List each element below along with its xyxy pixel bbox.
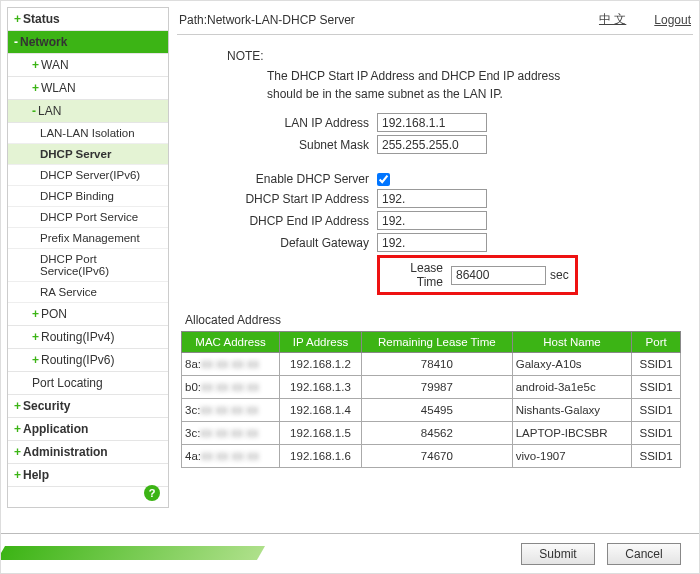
lease-time-label: Lease Time	[386, 261, 451, 289]
subnet-mask-input[interactable]	[377, 135, 487, 154]
cell-ip: 192.168.1.6	[280, 445, 362, 468]
dhcp-end-label: DHCP End IP Address	[177, 214, 377, 228]
col-mac: MAC Address	[182, 332, 280, 353]
default-gw-label: Default Gateway	[177, 236, 377, 250]
cell-ip: 192.168.1.5	[280, 422, 362, 445]
cell-host: LAPTOP-IBCSBR	[512, 422, 632, 445]
cell-host: Galaxy-A10s	[512, 353, 632, 376]
lang-link[interactable]: 中 文	[599, 11, 626, 28]
enable-dhcp-checkbox[interactable]	[377, 173, 390, 186]
nav-application[interactable]: +Application	[8, 418, 168, 441]
note-text: The DHCP Start IP Address and DHCP End I…	[267, 67, 597, 103]
nav-pon[interactable]: +PON	[8, 303, 168, 326]
lease-time-input[interactable]	[451, 266, 546, 285]
breadcrumb: Path:Network-LAN-DHCP Server	[179, 13, 571, 27]
table-row: b0:xx xx xx xx192.168.1.379987android-3a…	[182, 376, 681, 399]
nav-wan[interactable]: +WAN	[8, 54, 168, 77]
lan-ip-label: LAN IP Address	[177, 116, 377, 130]
cell-host: vivo-1907	[512, 445, 632, 468]
nav-security[interactable]: +Security	[8, 395, 168, 418]
cell-host: Nishants-Galaxy	[512, 399, 632, 422]
table-row: 4a:xx xx xx xx192.168.1.674670vivo-1907S…	[182, 445, 681, 468]
nav-routing-v6[interactable]: +Routing(IPv6)	[8, 349, 168, 372]
cell-port: SSID1	[632, 399, 681, 422]
cell-lease: 78410	[361, 353, 512, 376]
nav-administration[interactable]: +Administration	[8, 441, 168, 464]
nav-status[interactable]: +Status	[8, 8, 168, 31]
cell-port: SSID1	[632, 422, 681, 445]
cell-host: android-3a1e5c	[512, 376, 632, 399]
dhcp-start-input[interactable]	[377, 189, 487, 208]
dhcp-end-input[interactable]	[377, 211, 487, 230]
cell-lease: 45495	[361, 399, 512, 422]
nav-dhcp-binding[interactable]: DHCP Binding	[8, 186, 168, 207]
nav-lan-isolation[interactable]: LAN-LAN Isolation	[8, 123, 168, 144]
nav-network[interactable]: -Network	[8, 31, 168, 54]
cell-ip: 192.168.1.4	[280, 399, 362, 422]
cell-port: SSID1	[632, 445, 681, 468]
cell-port: SSID1	[632, 353, 681, 376]
cell-lease: 74670	[361, 445, 512, 468]
nav-prefix-mgmt[interactable]: Prefix Management	[8, 228, 168, 249]
enable-dhcp-label: Enable DHCP Server	[177, 172, 377, 186]
lease-time-unit: sec	[550, 268, 569, 282]
table-row: 8a:xx xx xx xx192.168.1.278410Galaxy-A10…	[182, 353, 681, 376]
cell-mac: 3c:xx xx xx xx	[182, 399, 280, 422]
cell-port: SSID1	[632, 376, 681, 399]
dhcp-start-label: DHCP Start IP Address	[177, 192, 377, 206]
cell-lease: 79987	[361, 376, 512, 399]
cell-mac: 8a:xx xx xx xx	[182, 353, 280, 376]
submit-button[interactable]: Submit	[521, 543, 595, 565]
default-gw-input[interactable]	[377, 233, 487, 252]
nav-dhcp-server[interactable]: DHCP Server	[8, 144, 168, 165]
nav-dhcp-port-service[interactable]: DHCP Port Service	[8, 207, 168, 228]
table-row: 3c:xx xx xx xx192.168.1.584562LAPTOP-IBC…	[182, 422, 681, 445]
nav-help[interactable]: +Help	[8, 464, 168, 487]
nav-ra-service[interactable]: RA Service	[8, 282, 168, 303]
nav-dhcp-port-service-v6[interactable]: DHCP Port Service(IPv6)	[8, 249, 168, 282]
cell-ip: 192.168.1.2	[280, 353, 362, 376]
cancel-button[interactable]: Cancel	[607, 543, 681, 565]
nav-lan[interactable]: -LAN	[8, 100, 168, 123]
main-content: Path:Network-LAN-DHCP Server 中 文 Logout …	[177, 7, 693, 468]
col-host: Host Name	[512, 332, 632, 353]
nav-wlan[interactable]: +WLAN	[8, 77, 168, 100]
cell-mac: b0:xx xx xx xx	[182, 376, 280, 399]
nav-dhcp-server-v6[interactable]: DHCP Server(IPv6)	[8, 165, 168, 186]
cell-lease: 84562	[361, 422, 512, 445]
col-ip: IP Address	[280, 332, 362, 353]
nav-routing-v4[interactable]: +Routing(IPv4)	[8, 326, 168, 349]
subnet-mask-label: Subnet Mask	[177, 138, 377, 152]
lan-ip-input[interactable]	[377, 113, 487, 132]
nav-port-locating[interactable]: Port Locating	[8, 372, 168, 395]
lease-time-highlight: Lease Time sec	[377, 255, 578, 295]
table-row: 3c:xx xx xx xx192.168.1.445495Nishants-G…	[182, 399, 681, 422]
logout-link[interactable]: Logout	[654, 13, 691, 27]
cell-mac: 4a:xx xx xx xx	[182, 445, 280, 468]
col-lease: Remaining Lease Time	[361, 332, 512, 353]
footer: Submit Cancel	[1, 533, 699, 573]
note-heading: NOTE:	[227, 49, 693, 63]
allocated-table: MAC Address IP Address Remaining Lease T…	[181, 331, 681, 468]
cell-mac: 3c:xx xx xx xx	[182, 422, 280, 445]
sidebar: +Status -Network +WAN +WLAN -LAN LAN-LAN…	[7, 7, 169, 508]
help-icon[interactable]: ?	[144, 485, 160, 501]
col-port: Port	[632, 332, 681, 353]
cell-ip: 192.168.1.3	[280, 376, 362, 399]
path-bar: Path:Network-LAN-DHCP Server 中 文 Logout	[177, 7, 693, 35]
allocated-heading: Allocated Address	[185, 313, 693, 327]
